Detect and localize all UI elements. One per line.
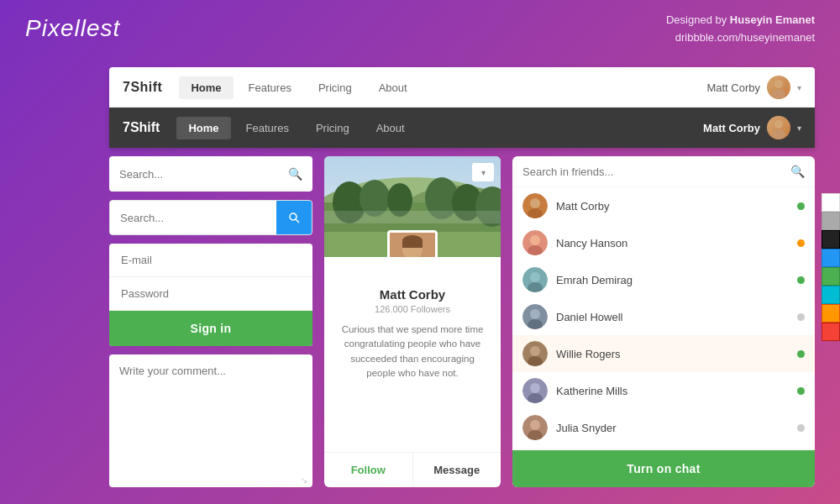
status-dot-green — [797, 387, 805, 395]
profile-card: ▾ Matt Corby 126.000 Followers Curious t… — [324, 156, 501, 487]
friend-avatar — [522, 230, 548, 255]
status-dot-gray — [797, 424, 805, 432]
nav-features-light[interactable]: Features — [237, 76, 303, 99]
nav-chevron-light[interactable]: ▾ — [797, 83, 801, 92]
nav-home-dark[interactable]: Home — [176, 117, 230, 139]
status-dot-green — [797, 276, 805, 284]
friend-avatar — [522, 415, 548, 440]
svg-rect-22 — [402, 239, 423, 248]
swatch-green[interactable] — [822, 267, 840, 286]
svg-point-4 — [290, 213, 297, 220]
friend-item[interactable]: Katherine Mills — [512, 372, 815, 409]
friend-name: Daniel Howell — [556, 311, 789, 323]
nav-about-dark[interactable]: About — [365, 117, 417, 139]
search-icon-plain: 🔍 — [288, 167, 302, 181]
nav-avatar-light[interactable] — [767, 76, 790, 99]
svg-point-0 — [774, 80, 783, 88]
search-box-blue — [109, 200, 312, 235]
swatch-black[interactable] — [822, 230, 840, 249]
svg-point-37 — [530, 346, 540, 356]
comment-box: ↘ — [109, 354, 312, 487]
profile-avatar-svg — [390, 233, 435, 257]
navbar-dark: 7Shift Home Features Pricing About Matt … — [109, 108, 815, 148]
swatch-red[interactable] — [822, 323, 840, 341]
svg-point-2 — [774, 120, 783, 129]
friends-search-input[interactable] — [522, 165, 784, 178]
profile-followers: 126.000 Followers — [336, 304, 489, 314]
profile-actions: Follow Message — [324, 452, 501, 487]
search-button-blue[interactable] — [276, 200, 312, 235]
svg-point-1 — [772, 89, 785, 99]
svg-point-34 — [530, 309, 540, 319]
content-area: 🔍 Sign in ↘ — [109, 156, 815, 487]
svg-point-31 — [530, 272, 540, 282]
swatch-gray[interactable] — [822, 212, 840, 230]
search-input-blue[interactable] — [110, 212, 276, 224]
status-dot-green — [797, 202, 805, 210]
nav-about-light[interactable]: About — [367, 76, 419, 99]
swatch-cyan[interactable] — [822, 286, 840, 304]
friend-avatar — [522, 341, 548, 366]
svg-point-3 — [772, 129, 785, 139]
nav-features-dark[interactable]: Features — [234, 117, 301, 139]
turn-on-chat-button[interactable]: Turn on chat — [512, 450, 815, 487]
friend-avatar — [522, 378, 548, 403]
designer-credit: Designed by Huseyin Emanet dribbble.com/… — [666, 12, 815, 47]
message-button[interactable]: Message — [413, 453, 501, 487]
nav-pricing-dark[interactable]: Pricing — [304, 117, 361, 139]
friend-name: Katherine Mills — [556, 385, 789, 397]
profile-dropdown[interactable]: ▾ — [472, 163, 494, 181]
profile-avatar — [387, 230, 438, 257]
logo: Pixellest — [25, 15, 120, 42]
friends-list: Matt Corby Nancy Hanson Emrah Demirag — [512, 187, 815, 450]
nav-username-light: Matt Corby — [706, 81, 760, 94]
nav-username-dark: Matt Corby — [703, 122, 760, 134]
profile-body: Matt Corby 126.000 Followers Curious tha… — [324, 257, 501, 452]
swatch-white[interactable] — [822, 193, 840, 212]
svg-line-5 — [296, 219, 299, 223]
friend-name: Nancy Hanson — [556, 237, 789, 249]
svg-rect-17 — [324, 211, 501, 223]
friend-name: Julia Snyder — [556, 422, 789, 434]
email-field[interactable] — [109, 244, 312, 277]
friend-item[interactable]: Emrah Demirag — [512, 261, 815, 298]
left-panel: 🔍 Sign in ↘ — [109, 156, 312, 487]
swatch-orange[interactable] — [822, 304, 840, 323]
svg-point-25 — [530, 198, 540, 208]
password-input[interactable] — [121, 287, 301, 300]
nav-pricing-light[interactable]: Pricing — [307, 76, 364, 99]
resize-handle: ↘ — [301, 475, 309, 484]
profile-bio: Curious that we spend more time congratu… — [336, 323, 489, 381]
status-dot-green — [797, 350, 805, 358]
nav-logo-dark: 7Shift — [123, 120, 160, 135]
navbar-light: 7Shift Home Features Pricing About Matt … — [109, 67, 815, 108]
svg-point-40 — [530, 383, 540, 393]
color-swatches — [822, 193, 840, 341]
friend-item[interactable]: Matt Corby — [512, 187, 815, 224]
nav-logo-light: 7Shift — [123, 80, 162, 95]
svg-point-28 — [530, 235, 540, 245]
friend-item[interactable]: Julia Snyder — [512, 409, 815, 446]
friend-item[interactable]: Willie Rogers — [512, 335, 815, 372]
password-field[interactable] — [109, 277, 312, 311]
search-box-plain: 🔍 — [109, 156, 312, 192]
friend-item[interactable]: Nancy Hanson — [512, 224, 815, 261]
profile-cover: ▾ — [324, 156, 501, 257]
nav-items-light: Home Features Pricing About — [179, 76, 706, 99]
nav-avatar-dark[interactable] — [767, 116, 790, 139]
friend-item[interactable]: Daniel Howell — [512, 298, 815, 335]
friend-avatar — [522, 193, 548, 218]
swatch-blue[interactable] — [822, 249, 840, 267]
nav-chevron-dark[interactable]: ▾ — [797, 123, 801, 133]
profile-name: Matt Corby — [336, 287, 489, 302]
friends-search-icon: 🔍 — [790, 165, 805, 178]
comment-textarea[interactable] — [119, 365, 302, 464]
follow-button[interactable]: Follow — [324, 453, 413, 487]
friend-name: Emrah Demirag — [556, 274, 789, 286]
status-dot-orange — [797, 239, 805, 247]
email-input[interactable] — [121, 254, 301, 266]
sign-in-button[interactable]: Sign in — [109, 311, 312, 346]
search-input-plain[interactable] — [119, 168, 281, 181]
nav-user-dark: Matt Corby ▾ — [703, 116, 801, 139]
nav-home-light[interactable]: Home — [179, 76, 233, 99]
